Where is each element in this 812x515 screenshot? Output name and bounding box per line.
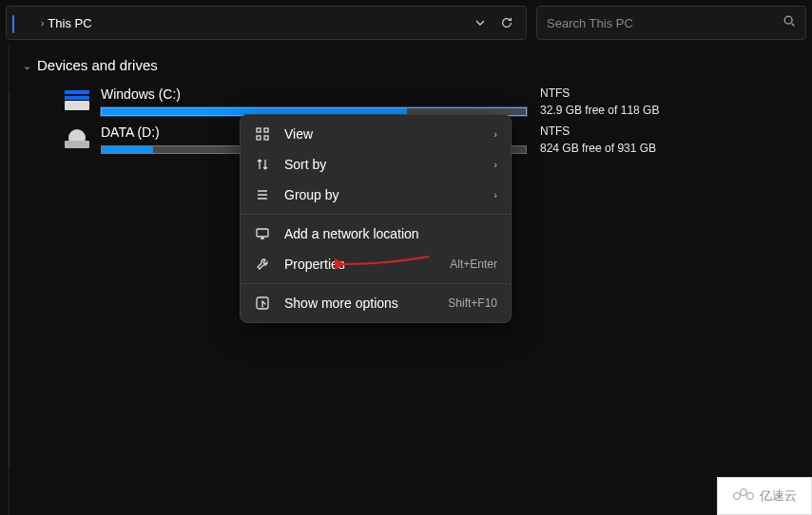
more-icon xyxy=(254,296,271,311)
search-input[interactable] xyxy=(547,16,783,30)
drive-icon xyxy=(65,90,89,109)
submenu-chevron-icon: › xyxy=(493,189,497,200)
menu-item-label: Sort by xyxy=(284,157,480,172)
collapse-chevron-icon[interactable]: ⌄ xyxy=(23,60,31,72)
filesystem-label: NTFS xyxy=(540,124,656,138)
wrench-icon xyxy=(254,257,271,272)
drive-icon xyxy=(65,128,89,147)
svg-point-0 xyxy=(784,16,792,24)
drive-name: Windows (C:) xyxy=(101,86,527,102)
section-title: Devices and drives xyxy=(37,57,158,73)
submenu-chevron-icon: › xyxy=(493,128,497,140)
menu-item-label: Properties xyxy=(284,257,436,272)
menu-item-label: Show more options xyxy=(284,296,435,311)
shortcut-label: Alt+Enter xyxy=(450,258,497,271)
this-pc-icon xyxy=(12,16,29,29)
section-header-devices[interactable]: ⌄ Devices and drives xyxy=(23,57,802,73)
search-bar[interactable] xyxy=(536,6,806,40)
menu-item-view[interactable]: View› xyxy=(241,119,511,149)
history-dropdown[interactable] xyxy=(467,10,493,36)
submenu-chevron-icon: › xyxy=(493,159,497,170)
monitor-icon xyxy=(254,226,271,241)
context-menu: View›Sort by›Group by›Add a network loca… xyxy=(240,114,512,323)
svg-rect-2 xyxy=(264,128,268,132)
menu-item-label: Add a network location xyxy=(284,226,497,241)
svg-rect-3 xyxy=(257,136,261,140)
menu-item-sort-by[interactable]: Sort by› xyxy=(241,149,511,180)
svg-rect-1 xyxy=(257,128,261,132)
group-icon xyxy=(254,187,271,202)
nav-pane-edge[interactable] xyxy=(0,46,10,515)
menu-item-add-a-network-location[interactable]: Add a network location xyxy=(241,219,511,249)
svg-rect-4 xyxy=(264,136,268,140)
free-space-label: 824 GB free of 931 GB xyxy=(540,142,656,155)
menu-item-label: View xyxy=(284,126,480,142)
address-bar[interactable]: › This PC xyxy=(6,6,527,40)
free-space-label: 32.9 GB free of 118 GB xyxy=(540,104,659,117)
watermark-text: 亿速云 xyxy=(760,487,797,505)
refresh-button[interactable] xyxy=(493,10,520,36)
menu-item-label: Group by xyxy=(284,187,480,202)
menu-item-group-by[interactable]: Group by› xyxy=(241,180,511,210)
breadcrumb-location[interactable]: This PC xyxy=(48,16,91,30)
filesystem-label: NTFS xyxy=(540,86,659,100)
menu-item-show-more-options[interactable]: Show more optionsShift+F10 xyxy=(241,288,511,318)
breadcrumb-separator: › xyxy=(41,18,44,29)
watermark: 亿速云 xyxy=(717,477,812,515)
svg-rect-5 xyxy=(257,229,268,237)
search-icon[interactable] xyxy=(783,14,796,31)
shortcut-label: Shift+F10 xyxy=(448,296,497,310)
menu-item-properties[interactable]: PropertiesAlt+Enter xyxy=(241,249,511,279)
watermark-logo-icon xyxy=(733,488,754,504)
grid-icon xyxy=(254,126,271,142)
toolbar: › This PC xyxy=(0,0,812,46)
sort-icon xyxy=(254,157,271,172)
